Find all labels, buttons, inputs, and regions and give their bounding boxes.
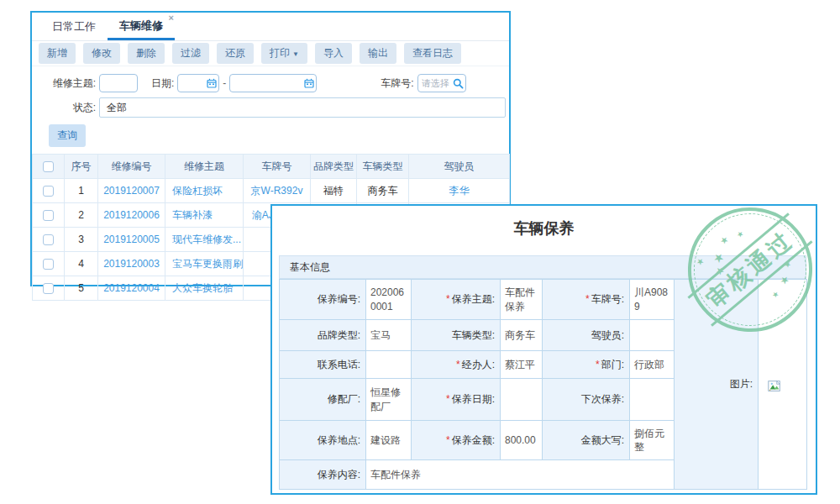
- print-button[interactable]: 打印▼: [261, 43, 307, 64]
- row-checkbox[interactable]: [43, 234, 54, 245]
- cell-seq: 3: [65, 228, 98, 252]
- filter-button[interactable]: 过滤: [172, 43, 209, 64]
- maintain-date-value: [501, 379, 543, 421]
- header-subject: 维修主题: [165, 155, 244, 179]
- driver-label: 驾驶员:: [543, 320, 630, 351]
- add-button[interactable]: 新增: [39, 43, 76, 64]
- maintain-date-label-text: 保养日期:: [452, 393, 495, 405]
- header-brand: 品牌类型: [311, 155, 357, 179]
- header-repair-no: 维修编号: [98, 155, 165, 179]
- tab-bar: 日常工作 车辆维修 ×: [32, 13, 509, 41]
- cell-repair-no[interactable]: 2019120007: [98, 179, 165, 203]
- required-mark: *: [456, 359, 460, 370]
- brand-type-value: 宝马: [366, 320, 412, 351]
- calendar-icon[interactable]: [304, 78, 314, 88]
- phone-label: 联系电话:: [280, 351, 366, 379]
- import-button[interactable]: 导入: [315, 43, 352, 64]
- view-log-button[interactable]: 查看日志: [404, 43, 461, 64]
- filter-row-1: 维修主题: 日期: - 车牌号:: [32, 71, 509, 95]
- next-maintain-label: 下次保养:: [543, 379, 630, 421]
- maintain-subject-label-text: 保养主题:: [452, 293, 495, 305]
- cell-driver[interactable]: 李华: [409, 179, 510, 203]
- maintain-no-label: 保养编号:: [280, 280, 366, 320]
- handler-value: 蔡江平: [501, 351, 543, 379]
- cell-seq: 1: [65, 179, 98, 203]
- amount-label-text: 保养金额:: [452, 434, 495, 446]
- cell-subject[interactable]: 现代车维修发...: [165, 228, 244, 252]
- row-checkbox[interactable]: [43, 259, 54, 270]
- toolbar: 新增 修改 删除 过滤 还原 打印▼ 导入 输出 查看日志: [32, 41, 509, 66]
- row-checkbox[interactable]: [43, 283, 54, 294]
- cell-seq: 5: [65, 276, 98, 301]
- plate-label: *车牌号:: [543, 280, 630, 320]
- image-label: 图片:: [675, 280, 759, 490]
- dialog-title: 车辆保养: [272, 218, 816, 239]
- date-range-separator: -: [223, 77, 226, 89]
- cell-subject[interactable]: 车辆补漆: [165, 203, 244, 228]
- delete-button[interactable]: 删除: [128, 43, 165, 64]
- location-value: 建设路: [366, 421, 412, 460]
- header-seq: 序号: [65, 155, 98, 179]
- department-label: *部门:: [543, 351, 630, 379]
- cell-subject[interactable]: 大众车换轮胎: [165, 276, 244, 301]
- cell-brand: 福特: [311, 179, 357, 203]
- tab-vehicle-repair-label: 车辆维修: [119, 19, 163, 32]
- repair-shop-value: 恒星修配厂: [366, 379, 412, 421]
- maintain-date-label: *保养日期:: [412, 379, 501, 421]
- brand-type-label: 品牌类型:: [280, 320, 366, 351]
- table-header-row: 序号 维修编号 维修主题 车牌号 品牌类型 车辆类型 驾驶员: [33, 155, 510, 179]
- date-to-field: [229, 74, 317, 92]
- vehicle-maintenance-dialog: 车辆保养 基本信息 保养编号: 2020060001 *保养主题: 车配件保养 …: [270, 204, 817, 495]
- select-all-checkbox[interactable]: [43, 161, 54, 172]
- cell-subject[interactable]: 宝马车更换雨刷: [165, 252, 244, 276]
- required-mark: *: [596, 359, 600, 370]
- plate-number-label: 车牌号:: [381, 76, 413, 91]
- vehicle-type-value: 商务车: [501, 320, 543, 351]
- tab-vehicle-repair[interactable]: 车辆维修 ×: [108, 12, 175, 40]
- maintain-subject-value: 车配件保养: [501, 280, 543, 320]
- date-label: 日期:: [151, 76, 174, 91]
- repair-subject-label: 维修主题:: [44, 76, 96, 91]
- plate-label-text: 车牌号:: [591, 293, 624, 305]
- cell-seq: 4: [65, 252, 98, 276]
- required-mark: *: [585, 293, 590, 305]
- query-button[interactable]: 查询: [49, 124, 86, 147]
- cell-repair-no[interactable]: 2019120003: [98, 252, 165, 276]
- search-icon[interactable]: [453, 78, 464, 89]
- next-maintain-value: [630, 379, 675, 421]
- cell-subject[interactable]: 保险杠损坏: [165, 179, 244, 203]
- chevron-down-icon: ▼: [292, 50, 299, 58]
- table-row[interactable]: 1 2019120007 保险杠损坏 京W-R392v 福特 商务车 李华: [33, 179, 510, 203]
- department-value: 行政部: [630, 351, 675, 379]
- cell-repair-no[interactable]: 2019120004: [98, 276, 165, 301]
- row-checkbox[interactable]: [43, 210, 54, 221]
- cell-type: 商务车: [357, 179, 409, 203]
- handler-label-text: 经办人:: [462, 359, 495, 370]
- calendar-icon[interactable]: [207, 78, 217, 88]
- amount-caps-value: 捌佰元整: [630, 421, 675, 460]
- restore-button[interactable]: 还原: [217, 43, 254, 64]
- repair-subject-input[interactable]: [99, 74, 138, 92]
- amount-caps-label: 金额大写:: [543, 421, 630, 460]
- edit-button[interactable]: 修改: [83, 43, 120, 64]
- cell-plate[interactable]: 京W-R392v: [244, 179, 311, 203]
- maintain-no-value: 2020060001: [366, 280, 412, 320]
- image-cell[interactable]: [759, 280, 807, 490]
- amount-value: 800.00: [501, 421, 543, 460]
- location-label: 保养地点:: [280, 421, 366, 460]
- row-checkbox[interactable]: [43, 186, 54, 197]
- image-placeholder-icon: [767, 379, 782, 394]
- plate-value: 川A9089: [630, 280, 675, 320]
- cell-repair-no[interactable]: 2019120006: [98, 203, 165, 228]
- required-mark: *: [446, 293, 450, 305]
- tab-daily-work[interactable]: 日常工作: [40, 13, 108, 40]
- vehicle-type-label: 车辆类型:: [412, 320, 501, 351]
- content-value: 车配件保养: [366, 460, 675, 490]
- phone-value: [366, 351, 412, 379]
- date-from-field: [177, 74, 219, 92]
- status-select[interactable]: 全部: [99, 97, 506, 118]
- export-button[interactable]: 输出: [360, 43, 396, 64]
- print-label: 打印: [270, 47, 290, 59]
- cell-repair-no[interactable]: 2019120005: [98, 228, 165, 252]
- close-icon[interactable]: ×: [169, 13, 174, 23]
